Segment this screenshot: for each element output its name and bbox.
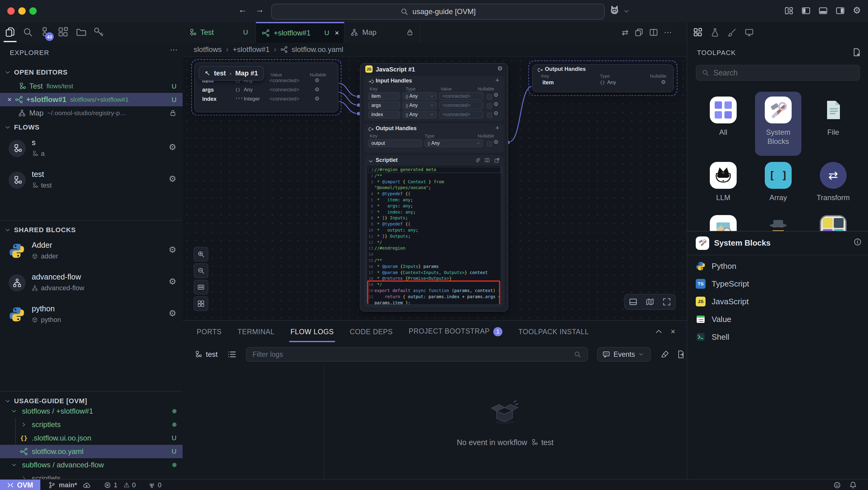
- nullable-checkbox[interactable]: [487, 94, 492, 100]
- feedback-smiley-icon[interactable]: [833, 481, 841, 489]
- handle-type-select[interactable]: {} Any: [403, 92, 437, 100]
- devices-view-icon[interactable]: [745, 28, 754, 37]
- list-item[interactable]: s a ⚙: [0, 137, 183, 161]
- system-block-value[interactable]: Value: [687, 310, 868, 328]
- handle-gear-icon[interactable]: ⚙: [494, 110, 498, 117]
- add-input-handle-button[interactable]: +: [495, 76, 499, 84]
- handle-key-input[interactable]: index: [368, 111, 400, 119]
- clear-logs-broom-icon[interactable]: [661, 350, 669, 359]
- system-block-javascript[interactable]: JSJavaScript: [687, 293, 868, 310]
- handle-gear-icon[interactable]: ⚙: [494, 101, 498, 108]
- flows-header[interactable]: FLOWS: [5, 123, 39, 131]
- activity-key-icon[interactable]: [93, 27, 104, 37]
- tab-map[interactable]: Map: [344, 22, 420, 43]
- js-node-settings-icon[interactable]: ⚙: [497, 65, 503, 71]
- handle-type-select[interactable]: {} Any: [403, 111, 437, 119]
- fullscreen-icon[interactable]: [662, 298, 671, 306]
- breadcrumb-item[interactable]: +slotflow#1: [233, 45, 270, 54]
- toolpack-category-comic[interactable]: [806, 215, 861, 231]
- handle-gear-icon[interactable]: ⚙: [661, 79, 666, 86]
- item-settings-gear-icon[interactable]: ⚙: [168, 175, 176, 183]
- open-editor-item[interactable]: × +slotflow#1 slotflows/+slotflow#1 U: [0, 93, 183, 106]
- branch-name[interactable]: main*: [59, 481, 77, 489]
- item-settings-gear-icon[interactable]: ⚙: [168, 309, 176, 318]
- new-toolpack-icon[interactable]: [852, 48, 861, 57]
- tab--slotflow-1[interactable]: +slotflow#1 U ×: [256, 22, 344, 43]
- tree-item[interactable]: subflows / advanced-flow: [0, 458, 183, 472]
- assistant-rabbit-icon[interactable]: [609, 4, 621, 17]
- activity-folder-icon[interactable]: [76, 27, 86, 37]
- toolpack-category-array[interactable]: [ ]Array: [751, 162, 806, 202]
- handle-gear-icon[interactable]: ⚙: [315, 95, 319, 102]
- activity-search-icon[interactable]: [23, 27, 33, 37]
- output-node[interactable]: Output Handles KeyType Nullable item {} …: [532, 64, 674, 92]
- open-external-icon[interactable]: [494, 158, 500, 163]
- system-block-typescript[interactable]: TSTypeScript: [687, 275, 868, 293]
- export-logs-icon[interactable]: [677, 350, 685, 359]
- handle-value-field[interactable]: <connected>: [439, 92, 483, 100]
- layout-columns-icon[interactable]: [784, 6, 794, 15]
- swap-editors-icon[interactable]: ⇄: [622, 28, 628, 37]
- toolpack-category-image[interactable]: [696, 215, 751, 231]
- map-node-overlay-label[interactable]: ↖ test › Map #1: [198, 66, 264, 81]
- handle-key-input[interactable]: item: [368, 92, 400, 100]
- breadcrumb-item[interactable]: slotflow.oo.yaml: [292, 45, 343, 54]
- errors-count[interactable]: 1: [114, 481, 117, 489]
- toolpack-category-all[interactable]: All: [696, 96, 751, 137]
- activity-blocks-icon[interactable]: [58, 27, 68, 37]
- settings-gear-icon[interactable]: ⚙: [853, 5, 861, 16]
- bottom-tab-toolpack-install[interactable]: TOOLPACK INSTALL: [518, 328, 589, 336]
- bottom-tab-project-bootstrap[interactable]: PROJECT BOOTSTRAP1: [409, 327, 502, 336]
- scriptlet-code-editor[interactable]: 1//#region generated meta2/**3 * @import…: [367, 165, 501, 305]
- toggle-left-panel-icon[interactable]: [801, 6, 811, 15]
- add-output-handle-button[interactable]: +: [495, 124, 499, 132]
- toolpack-category-system-blocks[interactable]: SystemBlocks: [751, 96, 806, 146]
- warnings-count[interactable]: 0: [132, 481, 135, 489]
- flow-canvas[interactable]: Value Nullable item {} Any <connected> ⚙…: [183, 56, 687, 321]
- remote-indicator[interactable]: OVM: [0, 480, 40, 490]
- tree-item[interactable]: {} .slotflow.ui.oo.json U: [0, 431, 183, 445]
- handle-gear-icon[interactable]: ⚙: [494, 92, 498, 98]
- ports-count[interactable]: 0: [158, 481, 161, 489]
- handle-type-select[interactable]: {} Any: [425, 139, 483, 147]
- filter-logs-input[interactable]: Filter logs: [246, 347, 588, 362]
- forward-icon[interactable]: →: [255, 5, 264, 15]
- project-header[interactable]: USAGE-GUIDE [OVM]: [5, 397, 87, 405]
- bottom-tab-ports[interactable]: PORTS: [197, 328, 222, 336]
- item-settings-gear-icon[interactable]: ⚙: [168, 246, 176, 254]
- handle-value-field[interactable]: <connected>: [439, 111, 483, 119]
- close-panel-icon[interactable]: ×: [671, 327, 675, 336]
- handle-type-select[interactable]: {} Any: [403, 101, 437, 110]
- bottom-tab-terminal[interactable]: TERMINAL: [238, 328, 275, 336]
- tree-item[interactable]: slotflows / +slotflow#1: [0, 404, 183, 418]
- console-panel-icon[interactable]: [629, 298, 638, 306]
- explorer-more-icon[interactable]: ⋯: [170, 45, 178, 55]
- bottom-tab-flow-logs[interactable]: FLOW LOGS: [290, 328, 334, 336]
- theme-brush-icon[interactable]: [727, 28, 737, 37]
- handle-value-field[interactable]: <connected>: [439, 101, 483, 110]
- toggle-right-panel-icon[interactable]: [836, 6, 845, 15]
- info-icon[interactable]: [853, 238, 862, 246]
- zoom-out-button[interactable]: [194, 263, 208, 278]
- toolpack-category-spy[interactable]: [751, 215, 806, 231]
- collapse-chevron-icon[interactable]: [368, 159, 373, 164]
- handle-gear-icon[interactable]: ⚙: [315, 86, 319, 93]
- toolpack-category-llm[interactable]: LLM: [696, 162, 751, 202]
- item-settings-gear-icon[interactable]: ⚙: [168, 277, 176, 286]
- cloud-sync-icon[interactable]: [83, 481, 90, 489]
- shared-blocks-header[interactable]: SHARED BLOCKS: [5, 226, 76, 234]
- attach-icon[interactable]: [475, 158, 480, 163]
- javascript-node[interactable]: JS JavaScript #1 ⚙ Input Handles + KeyTy…: [360, 63, 508, 312]
- zoom-in-button[interactable]: [194, 247, 208, 262]
- list-item[interactable]: advanced-flow advanced-flow ⚙: [0, 271, 183, 296]
- activity-flows-icon[interactable]: 43: [40, 27, 51, 37]
- item-settings-gear-icon[interactable]: ⚙: [168, 143, 176, 152]
- log-list-icon[interactable]: [227, 350, 236, 359]
- chevron-down-icon[interactable]: [624, 8, 629, 14]
- more-actions-icon[interactable]: ⋯: [664, 28, 673, 37]
- bottom-tab-code-deps[interactable]: CODE DEPS: [350, 328, 393, 336]
- handle-gear-icon[interactable]: ⚙: [315, 77, 319, 84]
- system-block-python[interactable]: Python: [687, 257, 868, 275]
- events-dropdown[interactable]: Events: [597, 347, 651, 362]
- toolpack-category-file[interactable]: File: [806, 96, 861, 137]
